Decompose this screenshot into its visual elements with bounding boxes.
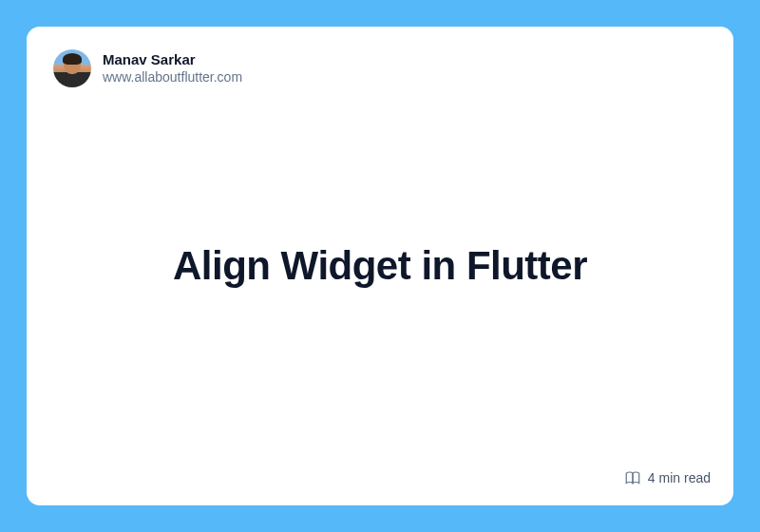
book-icon (624, 469, 641, 486)
read-time-label: 4 min read (648, 470, 711, 485)
author-avatar (53, 49, 91, 87)
author-name: Manav Sarkar (103, 51, 242, 69)
title-wrap: Align Widget in Flutter (27, 27, 733, 505)
author-site[interactable]: www.allaboutflutter.com (103, 69, 242, 86)
read-time: 4 min read (624, 469, 711, 486)
article-title: Align Widget in Flutter (173, 243, 587, 289)
author-text-block: Manav Sarkar www.allaboutflutter.com (103, 51, 242, 86)
article-card: Manav Sarkar www.allaboutflutter.com Ali… (27, 27, 733, 505)
author-row: Manav Sarkar www.allaboutflutter.com (53, 49, 707, 87)
